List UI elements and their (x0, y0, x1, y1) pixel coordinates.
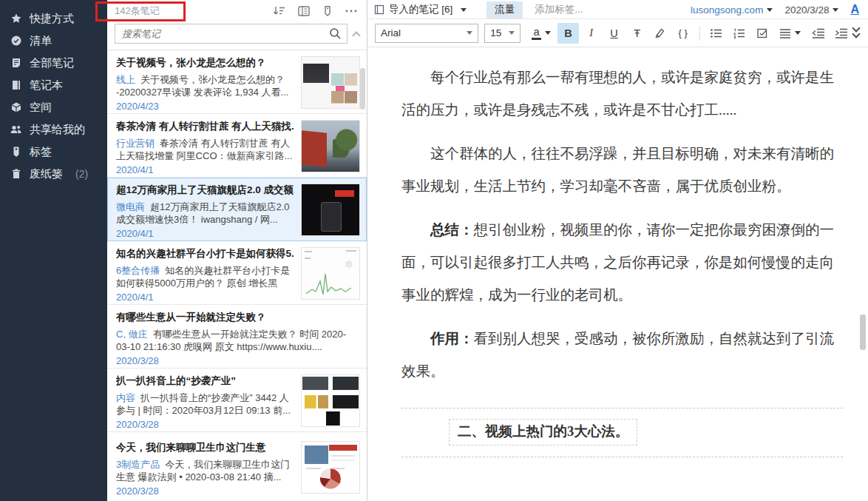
app-window: 快捷方式 清单 全部笔记 笔记本 空间 (0, 0, 868, 501)
note-title: 扒一扒抖音上的“抄袭产业” (116, 374, 294, 388)
note-title: 关于视频号，张小龙是怎么想的？ (116, 56, 294, 70)
note-tag-link[interactable]: 6整合传播 (116, 265, 160, 276)
highlighter-button[interactable] (649, 23, 671, 44)
bullet-list-button[interactable] (706, 23, 728, 44)
chevron-down-icon (509, 31, 515, 35)
note-tag-link[interactable]: 微电商 (116, 201, 145, 212)
note-date: 2020/3/28 (116, 485, 294, 497)
note-list-item[interactable]: 关于视频号，张小龙是怎么想的？ 线上关于视频号，张小龙是怎么想的？ -20200… (107, 50, 367, 114)
note-snippet: 线上关于视频号，张小龙是怎么想的？ -20200327早读课 发表评论 1,93… (116, 73, 294, 98)
notes-count-label: 142条笔记 (115, 4, 160, 18)
trash-count-badge: (2) (75, 168, 88, 180)
search-input[interactable] (122, 28, 329, 39)
search-icon[interactable] (329, 27, 342, 40)
sort-icon[interactable] (272, 5, 286, 17)
note-title: 春茶冷清 有人转行割甘蔗 有人上天猫找... (116, 120, 294, 133)
add-tag-field[interactable]: 添加标签... (535, 3, 583, 16)
caret-down-icon (795, 31, 801, 35)
tag-filter-icon[interactable] (322, 5, 333, 17)
paragraph: 每个行业总有那么一帮有理想的人，或许是家庭贫穷，或许是生活的压力，或许是身残志不… (401, 61, 843, 127)
sidebar-item-checklist[interactable]: 清单 (0, 30, 107, 52)
note-date-selector[interactable]: 2020/3/28 (784, 4, 838, 16)
code-button[interactable]: { } (672, 23, 694, 44)
note-title: 超12万商家用上了天猫旗舰店2.0 成交额... (116, 184, 294, 197)
sidebar-item-shared-with-me[interactable]: 共享给我的 (0, 118, 107, 141)
toolbar-separator (699, 26, 700, 41)
section-heading: 二、视频上热门的3大心法。 (449, 419, 637, 445)
sidebar-item-all-notes[interactable]: 全部笔记 (0, 52, 107, 74)
more-tools-icon[interactable] (853, 27, 859, 39)
note-editor-content[interactable]: 每个行业总有那么一帮有理想的人，或许是家庭贫穷，或许是生活的压力，或许是身残志不… (367, 47, 868, 501)
note-list-item[interactable]: 今天，我们来聊聊卫生巾这门生意 3制造产品今天，我们来聊聊卫生巾这门生意 爆款法… (107, 432, 367, 501)
note-list-item[interactable]: 扒一扒抖音上的“抄袭产业” 内容扒一扒抖音上的“抄袭产业” 3442 人参与 |… (107, 369, 367, 432)
sidebar-item-shortcuts[interactable]: 快捷方式 (0, 7, 107, 30)
font-size-select[interactable]: 15 (484, 24, 521, 43)
paragraph-lead: 作用： (430, 331, 474, 346)
caret-down-icon (461, 8, 467, 12)
search-box[interactable] (115, 24, 347, 44)
paragraph-lead: 总结： (430, 222, 474, 238)
more-options-icon[interactable] (345, 5, 358, 17)
note-date: 2020/4/1 (116, 228, 294, 239)
note-snippet: 行业营销春茶冷清 有人转行割甘蔗 有人上天猫找增量 阿里CCO：做新商家引路..… (116, 137, 294, 162)
note-tag-link[interactable]: 线上 (116, 74, 135, 85)
note-tag-link[interactable]: 行业营销 (116, 138, 155, 149)
collapse-search-icon[interactable] (352, 31, 360, 39)
all-notes-icon (10, 57, 22, 69)
sidebar-item-trash[interactable]: 废纸篓 (2) (0, 163, 107, 185)
align-button[interactable] (775, 23, 806, 44)
note-tag-link[interactable]: 3制造产品 (116, 459, 160, 470)
note-tag-link[interactable]: C, 做庄 (116, 329, 148, 340)
outdent-button[interactable] (807, 23, 829, 44)
bold-button[interactable]: B (557, 23, 579, 44)
font-color-button[interactable]: a (526, 23, 556, 44)
editor-table: 二、视频上热门的3大心法。 (401, 408, 843, 457)
format-toolbar: Arial 15 a B I U Ŧ { } (367, 19, 868, 47)
star-icon (10, 13, 22, 24)
note-list-item-selected[interactable]: 超12万商家用上了天猫旗舰店2.0 成交额... 微电商超12万商家用上了天猫旗… (107, 178, 367, 241)
sidebar-item-tags[interactable]: 标签 (0, 141, 107, 163)
sidebar: 快捷方式 清单 全部笔记 笔记本 空间 (0, 0, 107, 501)
note-tag-link[interactable]: 内容 (116, 392, 135, 403)
note-title: 今天，我们来聊聊卫生巾这门生意 (116, 441, 294, 454)
notebook-selector[interactable]: 导入的笔记 [6] (374, 3, 467, 16)
paragraph-text: 这个群体的人，往往不易浮躁，并且目标明确，对未来有清晰的事业规划，生活上节约，学… (401, 146, 834, 194)
font-family-select[interactable]: Arial (375, 24, 478, 43)
sidebar-item-label: 笔记本 (30, 78, 63, 93)
note-list-item[interactable]: 春茶冷清 有人转行割甘蔗 有人上天猫找... 行业营销春茶冷清 有人转行割甘蔗 … (107, 114, 367, 178)
underline-button[interactable]: U (603, 23, 625, 44)
note-tag-chip[interactable]: 流量 (486, 1, 523, 19)
note-date: 2020/3/28 (116, 355, 353, 366)
numbered-list-button[interactable] (729, 23, 750, 44)
paragraph-text: 每个行业总有那么一帮有理想的人，或许是家庭贫穷，或许是生活的压力，或许是身残志不… (401, 70, 834, 118)
paragraph: 作用：看到别人想哭，受感动，被你所激励，自然就达到了引流效果。 (401, 323, 843, 388)
cube-icon (10, 101, 22, 113)
sidebar-item-notebooks[interactable]: 笔记本 (0, 74, 107, 96)
note-source-link[interactable]: lusongsong.com (691, 4, 773, 16)
note-thumbnail (301, 120, 360, 172)
indent-button[interactable] (830, 23, 852, 44)
sidebar-item-spaces[interactable]: 空间 (0, 96, 107, 118)
notebook-icon (374, 4, 384, 15)
note-list-item[interactable]: 知名的兴趣社群平台小打卡是如何获得5... 6整合传播知名的兴趣社群平台小打卡是… (107, 241, 367, 305)
sidebar-item-label: 快捷方式 (30, 12, 74, 26)
note-snippet: 微电商超12万商家用上了天猫旗舰店2.0 成交额增速快3倍！ iwangshan… (116, 201, 294, 226)
note-thumbnail (301, 247, 360, 300)
note-list-item[interactable]: 有哪些生意从一开始就注定失败？ C, 做庄有哪些生意从一开始就注定失败？ 时间 … (107, 305, 367, 369)
notes-scrollbar-thumb[interactable] (360, 68, 365, 110)
editor-header: 导入的笔记 [6] 流量 添加标签... lusongsong.com 2020… (367, 0, 868, 19)
italic-button[interactable]: I (580, 23, 602, 44)
view-layout-icon[interactable] (297, 5, 311, 17)
note-date: 2020/4/1 (116, 292, 294, 303)
sidebar-item-label: 空间 (30, 101, 52, 115)
tag-icon (10, 146, 22, 158)
note-style-button[interactable]: A (850, 3, 859, 16)
editor-panel: 导入的笔记 [6] 流量 添加标签... lusongsong.com 2020… (367, 0, 868, 501)
chevron-down-icon (467, 31, 472, 35)
editor-scrollbar-thumb[interactable] (860, 315, 866, 350)
notes-panel: 142条笔记 (107, 0, 367, 501)
checkbox-button[interactable] (752, 23, 773, 44)
checklist-icon (10, 35, 22, 47)
strikethrough-button[interactable]: Ŧ (626, 23, 648, 44)
note-title: 知名的兴趣社群平台小打卡是如何获得5... (116, 247, 294, 260)
